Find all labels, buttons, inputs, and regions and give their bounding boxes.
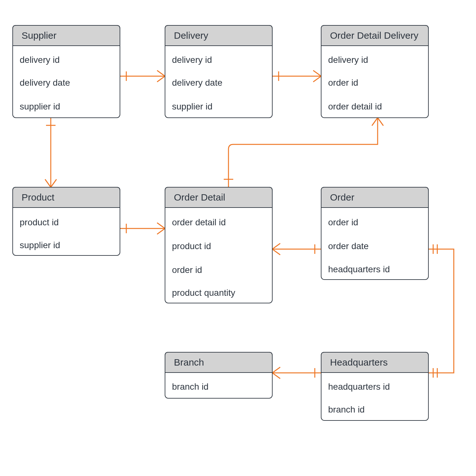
svg-line-10 (45, 179, 51, 187)
entity-headquarters: Headquarters headquarters id branch id (321, 352, 428, 420)
svg-line-18 (272, 249, 280, 255)
entity-order-title: Order (330, 192, 354, 202)
entity-delivery-attr-2: supplier id (172, 102, 213, 111)
entity-delivery: Delivery delivery id delivery date suppl… (165, 25, 272, 118)
rel-orderdetail-order (272, 243, 321, 255)
entity-hq-attr-1: branch id (328, 405, 365, 414)
entity-delivery-title: Delivery (174, 30, 208, 41)
svg-line-15 (157, 228, 165, 234)
entity-delivery-attr-1: delivery date (172, 78, 222, 88)
svg-line-29 (272, 373, 280, 379)
entity-delivery-attr-0: delivery id (172, 55, 212, 65)
entity-supplier-attr-0: delivery id (20, 55, 60, 65)
entity-odd-attr-1: order id (328, 78, 358, 88)
entity-supplier-attr-2: supplier id (20, 102, 60, 111)
rel-supplier-product (45, 118, 56, 187)
svg-line-28 (272, 367, 280, 373)
entity-supplier: Supplier delivery id delivery date suppl… (13, 25, 120, 118)
entity-product-title: Product (22, 192, 55, 202)
rel-product-orderdetail (120, 223, 165, 234)
entity-order: Order order id order date headquarters i… (321, 187, 428, 280)
entity-hq-attr-0: headquarters id (328, 382, 390, 392)
svg-line-2 (157, 70, 165, 76)
entity-order-attr-1: order date (328, 241, 369, 251)
entity-branch-attr-0: branch id (172, 382, 208, 392)
rel-branch-hq (272, 367, 321, 379)
svg-line-22 (378, 118, 383, 126)
er-diagram: Supplier delivery id delivery date suppl… (0, 0, 476, 476)
entity-supplier-title: Supplier (22, 30, 56, 41)
entity-branch: Branch branch id (165, 352, 272, 398)
svg-line-6 (313, 70, 321, 76)
entity-order-detail: Order Detail order detail id product id … (165, 187, 272, 303)
svg-line-3 (157, 76, 165, 82)
rel-orderdetail-odd (224, 118, 383, 187)
svg-line-14 (157, 223, 165, 228)
entity-odd-attr-0: delivery id (328, 55, 368, 65)
entity-orderdetail-attr-2: order id (172, 265, 202, 275)
entity-supplier-attr-1: delivery date (20, 78, 70, 88)
entity-odd-title: Order Detail Delivery (330, 30, 418, 41)
entity-orderdetail-title: Order Detail (174, 192, 225, 202)
rel-order-hq (428, 244, 454, 378)
entity-order-attr-2: headquarters id (328, 264, 390, 274)
entity-branch-title: Branch (174, 357, 204, 367)
rel-delivery-odd (272, 70, 321, 82)
entity-odd-attr-2: order detail id (328, 102, 382, 111)
entity-product-attr-0: product id (20, 217, 59, 227)
entity-order-attr-0: order id (328, 217, 358, 227)
entity-orderdetail-attr-3: product quantity (172, 288, 235, 298)
entity-orderdetail-attr-1: product id (172, 241, 211, 251)
entity-order-detail-delivery: Order Detail Delivery delivery id order … (321, 25, 428, 118)
svg-line-21 (372, 118, 378, 126)
svg-line-11 (51, 179, 56, 187)
entity-product: Product product id supplier id (13, 187, 120, 255)
entity-hq-title: Headquarters (330, 357, 388, 367)
entity-orderdetail-attr-0: order detail id (172, 217, 226, 227)
entity-product-attr-1: supplier id (20, 240, 60, 250)
svg-line-7 (313, 76, 321, 82)
rel-supplier-delivery (120, 70, 165, 82)
svg-line-17 (272, 243, 280, 249)
